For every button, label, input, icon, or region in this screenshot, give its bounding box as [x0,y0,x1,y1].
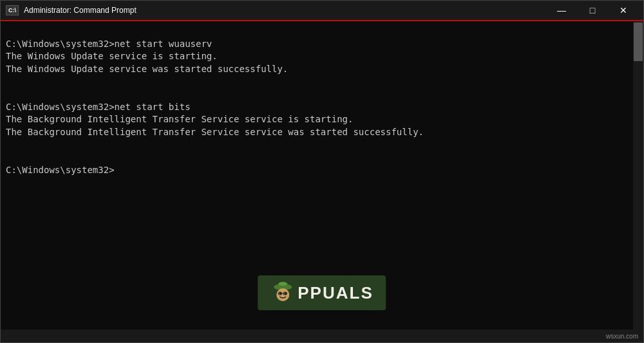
bottom-bar: wsxun.com [1,329,643,342]
close-button[interactable]: ✕ [609,0,638,21]
scrollbar-thumb[interactable] [634,23,643,61]
watermark: PPUALS [258,275,386,310]
minimize-button[interactable]: — [547,0,576,21]
console-body[interactable]: C:\Windows\system32>net start wuauserv T… [1,21,643,329]
watermark-text: PPUALS [298,283,373,303]
window-title: Administrator: Command Prompt [24,6,547,15]
svg-point-2 [278,282,287,286]
window-controls: — □ ✕ [547,0,638,21]
watermark-icon [270,281,295,305]
title-bar: C:\ Administrator: Command Prompt — □ ✕ [1,1,643,21]
window-icon: C:\ [6,5,19,15]
console-output: C:\Windows\system32>net start wuauserv T… [6,25,638,176]
bottom-bar-text: wsxun.com [606,333,638,340]
scrollbar[interactable] [633,21,643,329]
maximize-button[interactable]: □ [578,0,607,21]
cmd-window: C:\ Administrator: Command Prompt — □ ✕ … [0,0,644,343]
